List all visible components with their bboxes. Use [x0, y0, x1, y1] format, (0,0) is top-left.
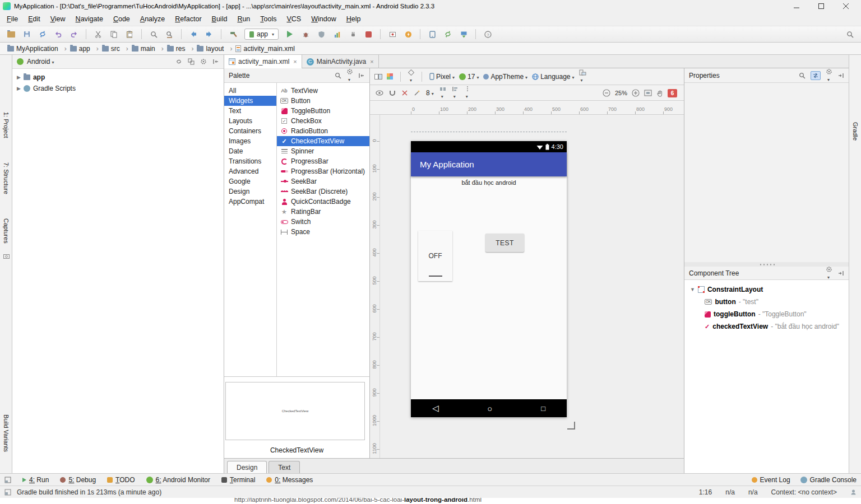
orientation-icon[interactable] — [579, 69, 586, 83]
project-sync-icon[interactable] — [175, 58, 182, 65]
palette-widget-togglebutton[interactable]: ToggleButton — [277, 106, 369, 116]
back-icon[interactable] — [187, 27, 200, 41]
clear-constraints-icon[interactable] — [401, 90, 408, 96]
component-tree-item-togglebutton[interactable]: toggleButton - "ToggleButton" — [684, 308, 849, 320]
palette-widget-space[interactable]: Space — [277, 227, 369, 237]
project-tree-item-gradle-scripts[interactable]: ▶ Gradle Scripts — [12, 83, 224, 94]
palette-widget-quickcontactbadge[interactable]: QuickContactBadge — [277, 197, 369, 207]
breadcrumb-main[interactable]: main — [130, 45, 165, 53]
status-message[interactable]: Gradle build finished in 1s 213ms (a min… — [17, 488, 161, 496]
event-log-button[interactable]: Event Log — [752, 476, 790, 484]
caret-position[interactable]: 1:16 — [699, 488, 712, 496]
toolwindow-build-variants[interactable]: Build Variants — [3, 414, 10, 452]
palette-category-date[interactable]: Date — [224, 146, 276, 156]
collapse-all-icon[interactable] — [188, 58, 195, 65]
component-tree-hide-icon[interactable] — [837, 270, 844, 277]
toolwindow-messages[interactable]: 0: Messages — [266, 476, 313, 484]
design-canvas[interactable]: 0 100 200 300 400 500 600 700 800 900 10… — [370, 115, 684, 458]
palette-widget-progressbar[interactable]: ProgressBar — [277, 156, 369, 166]
zoom-out-icon[interactable] — [603, 89, 610, 97]
palette-widget-textview[interactable]: AbTextView — [277, 86, 369, 96]
menu-build[interactable]: Build — [207, 13, 233, 25]
encoding-indicator[interactable]: n/a — [748, 488, 758, 496]
collapse-arrow-icon[interactable]: ▼ — [690, 287, 695, 292]
palette-widget-seekbar-discrete[interactable]: SeekBar (Discrete) — [277, 186, 369, 197]
find-icon[interactable] — [147, 27, 160, 41]
palette-widget-ratingbar[interactable]: ★RatingBar — [277, 207, 369, 217]
menu-window[interactable]: Window — [306, 13, 341, 25]
api-level-selector[interactable]: 17 — [459, 73, 479, 81]
properties-hide-icon[interactable] — [837, 72, 844, 79]
theme-selector[interactable]: AppTheme — [483, 73, 527, 81]
orientation-variant-icon[interactable] — [408, 69, 414, 83]
menu-analyze[interactable]: Analyze — [135, 13, 170, 25]
align-selector-icon[interactable] — [452, 86, 459, 100]
menu-vcs[interactable]: VCS — [282, 13, 307, 25]
show-expert-properties-toggle[interactable] — [811, 71, 821, 80]
breadcrumb-res[interactable]: res — [165, 45, 196, 53]
toolwindow-run[interactable]: 4: Run — [22, 476, 49, 484]
error-count-badge[interactable]: 6 — [668, 89, 677, 97]
open-icon[interactable] — [4, 27, 18, 41]
menu-file[interactable]: File — [2, 13, 23, 25]
breadcrumb-app[interactable]: app — [68, 45, 100, 53]
preview-button[interactable]: TEST — [485, 234, 524, 252]
palette-hide-icon[interactable] — [358, 72, 365, 79]
menu-view[interactable]: View — [45, 13, 71, 25]
palette-category-appcompat[interactable]: AppCompat — [224, 197, 276, 207]
toolwindow-captures[interactable]: Captures — [3, 218, 10, 244]
palette-widget-button[interactable]: OKButton — [277, 96, 369, 106]
device-preview[interactable]: 4:30 My Application bắt đầu học android … — [411, 141, 567, 417]
profiler-icon[interactable] — [330, 27, 344, 41]
show-options-eye-icon[interactable] — [376, 90, 383, 96]
tab-design[interactable]: Design — [227, 461, 267, 473]
pan-hand-icon[interactable] — [656, 90, 663, 97]
forward-icon[interactable] — [202, 27, 216, 41]
zoom-in-icon[interactable] — [632, 89, 640, 97]
pack-selector-icon[interactable] — [439, 86, 446, 100]
captures-camera-icon[interactable] — [2, 252, 10, 260]
project-tree-item-app[interactable]: ▶ app — [12, 72, 224, 83]
close-tab-icon[interactable]: × — [370, 58, 373, 65]
component-tree-item-button[interactable]: OK button - "test" — [684, 296, 849, 308]
toolwindow-structure[interactable]: 7: Structure — [3, 162, 10, 194]
menu-tools[interactable]: Tools — [255, 13, 281, 25]
palette-widget-seekbar[interactable]: SeekBar — [277, 176, 369, 186]
menu-help[interactable]: Help — [341, 13, 366, 25]
panel-splitter[interactable] — [684, 262, 849, 267]
stop-icon[interactable] — [362, 27, 375, 41]
component-tree-gear-icon[interactable] — [826, 266, 832, 281]
palette-category-google[interactable]: Google — [224, 176, 276, 186]
component-tree-item-checkedtextview[interactable]: ✓ checkedTextView - "bắt đầu học android… — [684, 320, 849, 333]
toolwindow-quick-access-icon[interactable] — [4, 489, 11, 496]
autoconnect-icon[interactable] — [389, 90, 396, 96]
gradle-console-button[interactable]: Gradle Console — [800, 476, 857, 484]
palette-widget-radiobutton[interactable]: RadioButton — [277, 126, 369, 136]
properties-gear-icon[interactable] — [826, 68, 832, 83]
menu-run[interactable]: Run — [232, 13, 255, 25]
toolwindow-todo[interactable]: TODO — [107, 476, 135, 484]
palette-category-images[interactable]: Images — [224, 136, 276, 146]
palette-category-design[interactable]: Design — [224, 186, 276, 197]
palette-category-all[interactable]: All — [224, 86, 276, 96]
menu-code[interactable]: Code — [108, 13, 135, 25]
gradle-sync-icon[interactable] — [441, 27, 455, 41]
undo-icon[interactable] — [52, 27, 65, 41]
palette-search-icon[interactable] — [335, 72, 341, 79]
redo-icon[interactable] — [67, 27, 81, 41]
palette-widget-spinner[interactable]: Spinner — [277, 146, 369, 156]
inspections-profile-icon[interactable] — [850, 489, 857, 495]
palette-gear-icon[interactable] — [346, 68, 353, 83]
palette-category-containers[interactable]: Containers — [224, 126, 276, 136]
make-project-icon[interactable] — [226, 27, 240, 41]
copy-icon[interactable] — [107, 27, 121, 41]
palette-category-transitions[interactable]: Transitions — [224, 156, 276, 166]
avd-manager-icon[interactable] — [425, 27, 439, 41]
preview-checkedtextview[interactable]: bắt đầu học android — [411, 179, 567, 186]
palette-widget-checkbox[interactable]: ✓CheckBox — [277, 116, 369, 126]
component-tree-item-constraintlayout[interactable]: ▼ ConstraintLayout — [684, 283, 849, 296]
palette-widget-switch[interactable]: Switch — [277, 217, 369, 227]
language-selector[interactable]: Language — [532, 73, 574, 81]
expand-arrow-icon[interactable]: ▶ — [17, 74, 21, 80]
project-view-selector[interactable]: Android — [27, 58, 54, 66]
